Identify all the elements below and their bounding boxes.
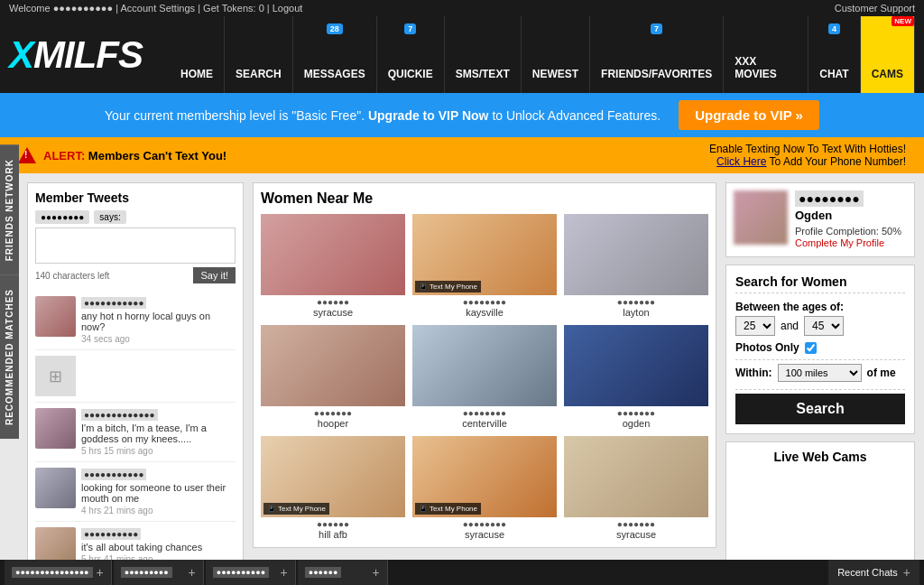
profile-info: ●●●●●●●● Ogden Profile Completion: 50% C… [795, 190, 907, 249]
logout-link[interactable]: Logout [273, 3, 303, 14]
tweet-says-row: ●●●●●●●● says: [35, 210, 236, 224]
click-here-link[interactable]: Click Here [716, 155, 766, 168]
upgrade-vip-button[interactable]: Upgrade to VIP » [679, 100, 819, 130]
logo: XMILFS [9, 33, 143, 77]
username-label: ●●●●●●●● [35, 210, 89, 224]
tweet-name-4: ●●●●●●●●●● [81, 528, 141, 540]
photos-label: Photos Only [735, 341, 799, 354]
nav-home[interactable]: HOME [170, 16, 225, 93]
nav-smstext[interactable]: SMS/TEXT [445, 16, 522, 93]
avatar-3 [35, 468, 76, 508]
of-me-label: of me [867, 367, 896, 379]
tweet-text-2: I'm a bitch, I'm a tease, I'm a goddess … [81, 422, 236, 444]
profile-box: ●●●●●●●● Ogden Profile Completion: 50% C… [725, 182, 915, 257]
bottom-chat-1[interactable]: ●●●●●●●●● + [114, 560, 204, 585]
nav-search[interactable]: SEARCH [225, 16, 293, 93]
recommended-matches-tab[interactable]: RECOMMENDED MATCHES [0, 274, 19, 439]
woman-item-4: ●●●●●●●● centerville [412, 325, 557, 429]
recent-chats[interactable]: Recent Chats + [828, 560, 919, 585]
tweet-item-1: ●●●●●●●●●●● any hot n horny local guys o… [35, 291, 236, 350]
nav-xxx-movies[interactable]: XXX MOVIES [724, 16, 808, 93]
complete-profile-link[interactable]: Complete My Profile [795, 237, 884, 248]
woman-location-3: hooper [318, 418, 348, 429]
tweet-name-1: ●●●●●●●●●●● [81, 297, 146, 309]
profile-avatar [734, 190, 788, 245]
woman-name-3: ●●●●●●● [314, 408, 352, 418]
woman-location-8: syracuse [616, 529, 656, 540]
woman-thumb-2[interactable] [564, 214, 708, 295]
text-my-phone-badge-6[interactable]: 📱 Text My Phone [263, 503, 329, 515]
bottom-chat-name-3: ●●●●●● [305, 567, 342, 578]
woman-thumb-4[interactable] [412, 325, 557, 406]
header: XMILFS HOME SEARCH 28MESSAGES 7QUICKIE S… [0, 16, 924, 93]
photos-checkbox[interactable] [805, 342, 817, 354]
woman-thumb-8[interactable] [564, 436, 708, 517]
nav-newest[interactable]: NEWEST [522, 16, 590, 93]
and-label: and [781, 320, 799, 332]
tweet-content-4: ●●●●●●●●●● it's all about taking chances… [81, 527, 236, 564]
age-min-select[interactable]: 25263035 [735, 316, 775, 336]
nav-friends-favorites[interactable]: 7FRIENDS/FAVORITES [590, 16, 724, 93]
tweet-content-1: ●●●●●●●●●●● any hot n horny local guys o… [81, 296, 236, 344]
tweet-item-2: ●●●●●●●●●●●●● I'm a bitch, I'm a tease, … [35, 403, 236, 462]
bottom-chat-plus-1[interactable]: + [189, 565, 196, 580]
search-button[interactable]: Search [735, 394, 905, 424]
bottom-chat-name-1: ●●●●●●●●● [121, 567, 172, 578]
say-it-button[interactable]: Say it! [193, 267, 236, 283]
tweet-footer: 140 characters left Say it! [35, 267, 236, 283]
woman-location-1: kaysville [466, 307, 504, 318]
avatar-1 [35, 296, 76, 337]
woman-item-1: 📱 Text My Phone ●●●●●●●● kaysville [412, 214, 557, 318]
tweet-content-2: ●●●●●●●●●●●●● I'm a bitch, I'm a tease, … [81, 408, 236, 456]
vip-text: Your current membership level is "Basic … [105, 108, 661, 123]
bottom-chat-2[interactable]: ●●●●●●●●●● + [206, 560, 296, 585]
woman-location-0: syracuse [313, 307, 353, 318]
text-my-phone-badge-1[interactable]: 📱 Text My Phone [415, 281, 481, 292]
age-max-select[interactable]: 45505560 [804, 316, 844, 336]
photos-row: Photos Only [735, 341, 905, 354]
nav-quickie[interactable]: 7QUICKIE [377, 16, 445, 93]
bottom-chat-0[interactable]: ●●●●●●●●●●●●●●● + [5, 560, 112, 585]
age-label: Between the ages of: [735, 301, 905, 313]
account-settings-link[interactable]: Account Settings [121, 3, 196, 14]
nav-messages[interactable]: 28MESSAGES [293, 16, 377, 93]
get-tokens-link[interactable]: Get Tokens: 0 [203, 3, 264, 14]
text-my-phone-badge-7[interactable]: 📱 Text My Phone [415, 503, 481, 515]
search-title: Search for Women [735, 274, 905, 293]
bottom-chat-plus-0[interactable]: + [97, 565, 104, 580]
women-box: Women Near Me ●●●●●● syracuse 📱 Text My … [253, 182, 716, 548]
tweet-text-3: looking for someone to user their mouth … [81, 482, 236, 504]
logo-x: X [9, 33, 33, 76]
woman-thumb-0[interactable] [261, 214, 405, 295]
bottom-chat-plus-3[interactable]: + [373, 565, 380, 580]
alert-label: ALERT: Members Can't Text You! [43, 149, 226, 162]
customer-support-link[interactable]: Customer Support [835, 3, 915, 14]
woman-thumb-3[interactable] [261, 325, 405, 406]
alert-triangle-icon [18, 147, 36, 163]
age-field: Between the ages of: 25263035 and 455055… [735, 301, 905, 336]
recent-chats-plus[interactable]: + [903, 565, 910, 580]
woman-thumb-6[interactable]: 📱 Text My Phone [261, 436, 405, 517]
friends-network-tab[interactable]: FRIENDS NETWORK [0, 144, 19, 274]
nav-chat[interactable]: 4CHAT [808, 16, 860, 93]
within-label: Within: [735, 367, 772, 379]
tweet-input[interactable] [35, 228, 236, 264]
woman-item-8: ●●●●●●● syracuse [564, 436, 708, 540]
woman-thumb-1[interactable]: 📱 Text My Phone [412, 214, 557, 295]
woman-location-2: layton [623, 307, 649, 318]
nav-cams[interactable]: NEWCAMS [861, 16, 915, 93]
tweets-box: Member Tweets ●●●●●●●● says: 140 charact… [27, 182, 244, 582]
within-select[interactable]: 100 miles25 miles50 miles75 miles150 mil… [778, 364, 862, 382]
says-label: says: [94, 210, 125, 224]
bottom-chat-plus-2[interactable]: + [281, 565, 288, 580]
bottom-chat-name-2: ●●●●●●●●●● [213, 567, 269, 578]
woman-item-3: ●●●●●●● hooper [261, 325, 405, 429]
woman-location-4: centerville [462, 418, 507, 429]
woman-name-8: ●●●●●●● [617, 519, 655, 529]
woman-name-4: ●●●●●●●● [463, 408, 506, 418]
woman-name-7: ●●●●●●●● [463, 519, 506, 529]
woman-thumb-7[interactable]: 📱 Text My Phone [412, 436, 557, 517]
woman-thumb-5[interactable] [564, 325, 708, 406]
bottom-chat-3[interactable]: ●●●●●● + [298, 560, 388, 585]
alert-right: Enable Texting Now To Text With Hotties!… [709, 143, 906, 168]
